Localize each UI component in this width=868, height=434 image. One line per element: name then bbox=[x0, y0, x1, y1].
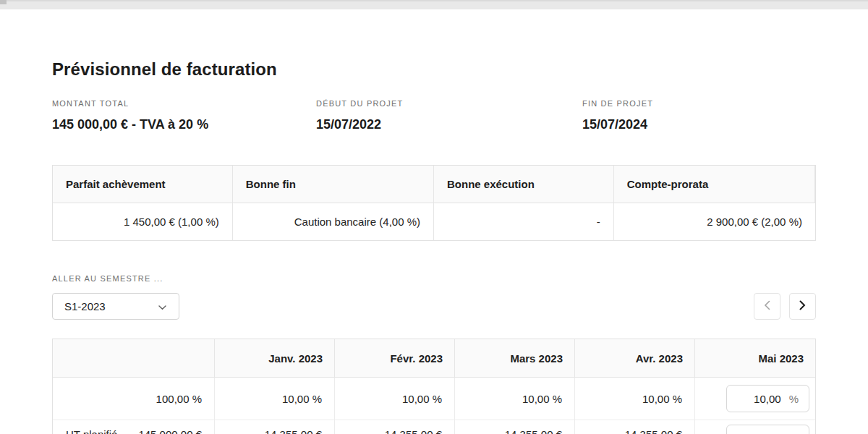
summary-label: DÉBUT DU PROJET bbox=[316, 100, 582, 108]
semester-select-value: S1-2023 bbox=[64, 300, 106, 312]
amount-input-mai[interactable]: 14355,00 € bbox=[726, 425, 809, 434]
billing-forecast-table: Janv. 2023 Févr. 2023 Mars 2023 Avr. 202… bbox=[52, 339, 816, 434]
browser-top-strip bbox=[0, 0, 868, 9]
summary-montant-total: MONTANT TOTAL 145 000,00 € - TVA à 20 % bbox=[52, 100, 316, 131]
column-header-compte-prorata: Compte-prorata bbox=[614, 166, 815, 203]
percent-cell-janv: 10,00 % bbox=[215, 378, 335, 420]
retention-value-bonne-execution: - bbox=[434, 203, 614, 240]
summary-fin-projet: FIN DE PROJET 15/07/2024 bbox=[582, 100, 653, 131]
retention-value-compte-prorata: 2 900,00 € (2,00 %) bbox=[614, 203, 815, 240]
main-content: Prévisionnel de facturation MONTANT TOTA… bbox=[0, 61, 868, 434]
percent-cell-avr: 10,00 % bbox=[575, 378, 695, 420]
column-header-parfait-achevement: Parfait achèvement bbox=[53, 166, 233, 203]
column-header-bonne-fin: Bonne fin bbox=[233, 166, 434, 203]
column-header-mai-2023: Mai 2023 bbox=[695, 339, 815, 378]
next-semester-button[interactable] bbox=[789, 293, 816, 320]
row-total: 145 000,00 € bbox=[138, 428, 202, 434]
summary-debut-projet: DÉBUT DU PROJET 15/07/2022 bbox=[316, 100, 582, 131]
row-label: HT planifié bbox=[66, 428, 117, 434]
ht-cell-mai: 14355,00 € bbox=[695, 420, 815, 434]
page-title: Prévisionnel de facturation bbox=[52, 61, 816, 78]
window-corner bbox=[0, 0, 7, 4]
summary-label: MONTANT TOTAL bbox=[52, 100, 316, 108]
retention-value-bonne-fin: Caution bancaire (4,00 %) bbox=[233, 203, 434, 240]
percent-cell-mars: 10,00 % bbox=[455, 378, 575, 420]
ht-cell-fevr: 14 355,00 € bbox=[335, 420, 455, 434]
column-header-empty bbox=[53, 339, 215, 378]
summary-value: 145 000,00 € - TVA à 20 % bbox=[52, 118, 316, 131]
ht-cell-avr: 14 355,00 € bbox=[575, 420, 695, 434]
semester-select[interactable]: S1-2023 bbox=[52, 293, 179, 320]
project-summary: MONTANT TOTAL 145 000,00 € - TVA à 20 % … bbox=[52, 100, 816, 131]
percent-suffix: % bbox=[789, 393, 799, 405]
ht-cell-janv: 14 355,00 € bbox=[215, 420, 335, 434]
semester-pagination bbox=[754, 293, 816, 320]
summary-value: 15/07/2024 bbox=[582, 118, 653, 131]
percent-total-cell: 100,00 % bbox=[53, 378, 215, 420]
chevron-down-icon bbox=[158, 300, 166, 312]
ht-cell-mars: 14 355,00 € bbox=[455, 420, 575, 434]
column-header-mars-2023: Mars 2023 bbox=[455, 339, 575, 378]
column-header-fevr-2023: Févr. 2023 bbox=[335, 339, 455, 378]
summary-label: FIN DE PROJET bbox=[582, 100, 653, 108]
retentions-table: Parfait achèvement Bonne fin Bonne exécu… bbox=[52, 165, 816, 241]
column-header-janv-2023: Janv. 2023 bbox=[215, 339, 335, 378]
previous-semester-button[interactable] bbox=[754, 293, 780, 320]
semester-toolbar: S1-2023 bbox=[52, 293, 816, 320]
retention-value-parfait-achevement: 1 450,00 € (1,00 %) bbox=[53, 203, 233, 240]
percent-input-mai[interactable]: 10,00 % bbox=[726, 385, 809, 412]
semester-select-label: ALLER AU SEMESTRE ... bbox=[52, 275, 816, 283]
column-header-avr-2023: Avr. 2023 bbox=[575, 339, 695, 378]
percent-cell-fevr: 10,00 % bbox=[335, 378, 455, 420]
percent-input-value: 10,00 bbox=[754, 393, 781, 405]
ht-planifie-total-cell: HT planifié 145 000,00 € bbox=[53, 420, 215, 434]
summary-value: 15/07/2022 bbox=[316, 118, 582, 131]
chevron-right-icon bbox=[799, 300, 806, 312]
chevron-left-icon bbox=[764, 300, 770, 312]
percent-cell-mai: 10,00 % bbox=[695, 378, 815, 420]
column-header-bonne-execution: Bonne exécution bbox=[434, 166, 614, 203]
